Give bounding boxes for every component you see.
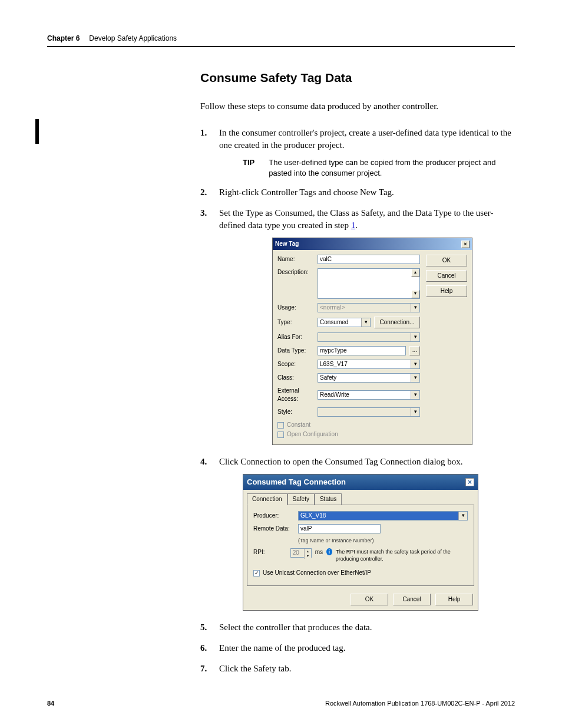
dialog2-titlebar: Consumed Tag Connection × [243,475,478,490]
help-button[interactable]: Help [426,285,467,297]
rpi-label: RPI: [253,548,287,556]
name-label: Name: [277,255,314,263]
style-select [318,407,420,417]
opencfg-checkbox [277,431,284,438]
class-select[interactable]: Safety [318,373,420,383]
tab-connection[interactable]: Connection [247,493,287,505]
scope-label: Scope: [277,360,314,368]
change-bar [35,119,39,144]
intro-text: Follow these steps to consume data produ… [200,101,515,111]
ok-button[interactable]: OK [351,594,388,605]
remotedata-hint: (Tag Name or Instance Number) [298,537,468,545]
constant-checkbox-row: Constant [277,421,420,429]
type-select[interactable]: Consumed [318,318,371,327]
step-7: Click the Safety tab. [200,663,515,675]
step-4-text: Click Connection to open the Consumed Ta… [219,457,463,466]
step-1-text: In the consumer controller's project, cr… [219,128,511,150]
rpi-input: 20 ▴▾ [290,548,312,558]
dialog2-title: Consumed Tag Connection [247,477,346,487]
spin-up-icon: ▴ [304,549,311,554]
tab-status[interactable]: Status [315,493,342,505]
external-label: External Access: [277,387,314,403]
spin-down-icon: ▾ [304,554,311,558]
step-3: Set the Type as Consumed, the Class as S… [200,207,515,445]
scroll-up-icon[interactable]: ▴ [411,269,419,277]
step-3-post: . [355,220,358,230]
step-1: In the consumer controller's project, cr… [200,127,515,178]
name-input[interactable]: valC [318,255,420,264]
opencfg-label: Open Configuration [287,430,338,439]
unicast-checkbox[interactable]: ✓ [253,570,260,577]
heading: Consume Safety Tag Data [200,71,515,85]
ms-label: ms [315,548,323,556]
tip-label: TIP [243,157,254,178]
tip-text: The user-defined type can be copied from… [269,157,515,178]
cancel-button[interactable]: Cancel [393,594,431,605]
description-label: Description: [277,268,314,276]
connection-button[interactable]: Connection... [374,317,420,328]
step-6: Enter the name of the produced tag. [200,642,515,654]
chapter-label: Chapter 6 [47,34,80,42]
remotedata-input[interactable]: valP [298,524,381,533]
type-label: Type: [277,318,314,327]
rpi-value: 20 [291,549,304,557]
consumed-tag-dialog: Consumed Tag Connection × Connection Saf… [243,474,478,611]
description-input[interactable]: ▴ ▾ [318,268,420,299]
usage-select: <normal> [318,303,420,312]
rpi-info-text: The RPI must match the safety task perio… [336,548,468,563]
style-label: Style: [277,408,314,416]
page-footer: 84 Rockwell Automation Publication 1768-… [47,700,515,707]
ok-button[interactable]: OK [426,255,467,266]
tab-panel: Producer: GLX_V18 Remote Data: valP (Tag… [247,505,474,586]
help-button[interactable]: Help [435,594,473,605]
producer-label: Producer: [253,512,295,520]
page-header: Chapter 6 Develop Safety Applications [47,34,515,47]
dialog-titlebar: New Tag × [273,238,472,250]
constant-checkbox [277,422,284,429]
section-label: Develop Safety Applications [89,34,177,42]
datatype-label: Data Type: [277,347,314,355]
step-5: Select the controller that produces the … [200,621,515,634]
constant-label: Constant [287,421,310,429]
producer-select[interactable]: GLX_V18 [298,511,468,521]
unicast-label: Use Unicast Connection over EtherNet/IP [263,569,371,577]
usage-label: Usage: [277,304,314,312]
datatype-input[interactable]: mypcType [318,346,406,355]
page-number: 84 [47,700,54,707]
remotedata-label: Remote Data: [253,525,295,533]
alias-select [318,332,420,342]
new-tag-dialog: New Tag × Name: valC Description: [272,238,472,445]
close-icon[interactable]: × [461,241,470,248]
class-label: Class: [277,374,314,382]
step-2: Right-click Controller Tags and choose N… [200,186,515,199]
unicast-row[interactable]: ✓ Use Unicast Connection over EtherNet/I… [253,569,468,577]
datatype-browse-button[interactable]: ... [409,346,420,355]
cancel-button[interactable]: Cancel [426,270,467,282]
close-icon[interactable]: × [465,478,474,486]
alias-label: Alias For: [277,333,314,341]
dialog2-tabs: Connection Safety Status [247,493,474,505]
publication-info: Rockwell Automation Publication 1768-UM0… [325,700,515,707]
dialog-title: New Tag [275,240,299,248]
opencfg-checkbox-row: Open Configuration [277,430,420,439]
external-select[interactable]: Read/Write [318,390,420,400]
tab-safety[interactable]: Safety [287,493,315,505]
info-icon: i [326,548,332,555]
scope-select[interactable]: L63S_V17 [318,360,420,369]
scroll-down-icon[interactable]: ▾ [411,290,419,298]
tip-block: TIP The user-defined type can be copied … [243,157,515,178]
step-4: Click Connection to open the Consumed Ta… [200,456,515,611]
